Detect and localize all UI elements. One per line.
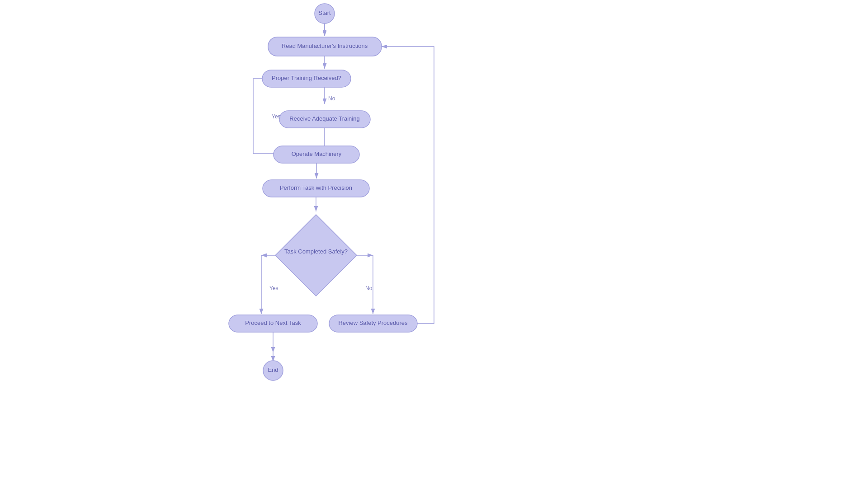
flowchart-container: Start Read Manufacturer's Instructions P… (0, 0, 868, 488)
start-label: Start (318, 9, 331, 16)
task-completed-label: Task Completed Safely? (284, 248, 348, 255)
proper-training-label: Proper Training Received? (272, 75, 341, 81)
task-completed-node (275, 215, 357, 296)
read-instructions-label: Read Manufacturer's Instructions (282, 42, 368, 49)
arrow-review-back (382, 47, 434, 324)
receive-training-label: Receive Adequate Training (289, 115, 359, 122)
no-label-1: No (328, 95, 335, 102)
end-label: End (268, 366, 278, 373)
proceed-next-label: Proceed to Next Task (245, 319, 301, 326)
review-safety-label: Review Safety Procedures (338, 319, 408, 326)
yes-label-1: Yes (272, 113, 281, 120)
perform-task-label: Perform Task with Precision (280, 184, 352, 191)
yes-label-2: Yes (269, 285, 278, 291)
operate-machinery-label: Operate Machinery (292, 150, 342, 157)
no-label-2: No (365, 285, 373, 291)
